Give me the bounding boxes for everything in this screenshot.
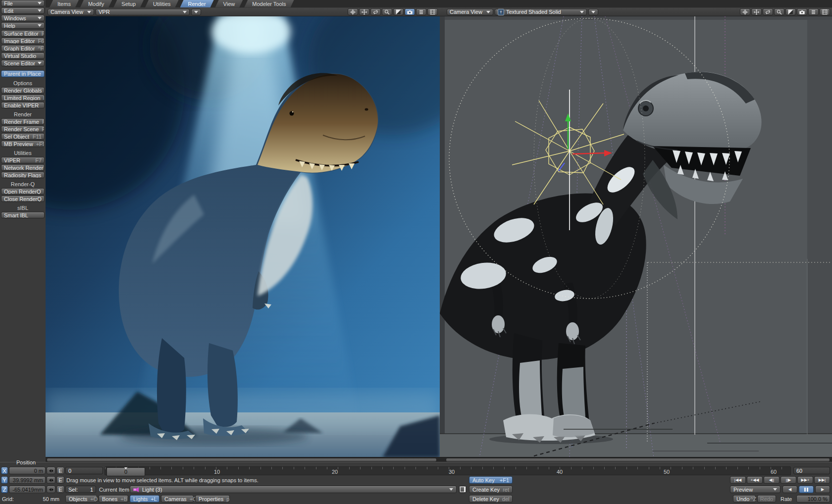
create-key-button[interactable]: Create Keyret bbox=[469, 486, 513, 493]
limited-region-button[interactable]: Limited Regionl bbox=[1, 95, 45, 101]
edit-objects-button[interactable]: Objects+O bbox=[65, 495, 97, 503]
redo-button[interactable]: Redo bbox=[757, 495, 776, 503]
pan-icon[interactable] bbox=[740, 8, 750, 15]
position-x-field[interactable]: 0 m bbox=[9, 467, 46, 474]
render-frame-button[interactable]: Render FrameF9 bbox=[1, 118, 45, 125]
smart-ibl-button[interactable]: Smart IBL bbox=[1, 212, 45, 218]
view-type-dropdown[interactable]: Camera View bbox=[48, 9, 94, 15]
zoom-icon[interactable] bbox=[774, 8, 784, 15]
prev-key-button[interactable]: +◀◀ bbox=[747, 476, 763, 484]
close-renderq-button[interactable]: Close RenderQ bbox=[1, 196, 45, 202]
menu-file[interactable]: File bbox=[1, 0, 45, 6]
play-forward-button[interactable]: ▶ bbox=[815, 486, 830, 493]
rotate-icon[interactable] bbox=[751, 8, 762, 15]
shading-mode-dropdown[interactable]: T Textured Shaded Solid bbox=[495, 9, 587, 15]
maximize-icon[interactable] bbox=[785, 8, 796, 15]
tab-items[interactable]: Items bbox=[50, 0, 79, 7]
step-forward-button[interactable]: ||▶ bbox=[780, 476, 796, 484]
delete-key-button[interactable]: Delete Keydel bbox=[469, 495, 513, 503]
go-to-end-button[interactable]: ▶▶| bbox=[814, 476, 830, 484]
scene-editor-button[interactable]: Scene Editor bbox=[1, 60, 45, 66]
mb-preview-button[interactable]: MB Preview+F9 bbox=[1, 141, 45, 147]
tab-setup[interactable]: Setup bbox=[113, 0, 144, 7]
axis-y-button[interactable]: Y bbox=[1, 476, 8, 484]
maximize-icon[interactable] bbox=[393, 8, 404, 15]
viewport-left-hscrollbar[interactable] bbox=[46, 457, 440, 462]
tab-modify[interactable]: Modify bbox=[80, 0, 112, 7]
viewport-options-button[interactable] bbox=[191, 9, 201, 15]
item-list-toggle-button[interactable] bbox=[459, 486, 467, 493]
y-stepper[interactable] bbox=[47, 476, 55, 484]
frame-slider-handle[interactable]: 0 bbox=[106, 467, 145, 476]
render-globals-button[interactable]: Render Globals bbox=[1, 87, 45, 94]
x-envelope-button[interactable]: E bbox=[56, 467, 64, 474]
menu-windows[interactable]: Windows bbox=[1, 15, 45, 21]
orbit-icon[interactable] bbox=[370, 8, 381, 15]
edit-lights-button[interactable]: Lights+L bbox=[130, 495, 159, 503]
enable-viper-button[interactable]: Enable VIPER bbox=[1, 102, 45, 108]
open-renderq-button[interactable]: Open RenderQ bbox=[1, 188, 45, 195]
next-key-button[interactable]: ▶▶+ bbox=[797, 476, 813, 484]
axis-x-button[interactable]: X bbox=[1, 467, 8, 474]
viewport-right-hscrollbar[interactable] bbox=[440, 457, 832, 462]
rotate-icon[interactable] bbox=[359, 8, 369, 15]
play-reverse-button[interactable]: ◀ bbox=[782, 486, 797, 493]
section-title-renderq: Render-Q bbox=[0, 181, 46, 187]
grid-value: 50 mm bbox=[30, 496, 59, 502]
render-scene-button[interactable]: Render SceneF10 bbox=[1, 126, 45, 132]
chevron-down-icon bbox=[580, 11, 584, 13]
z-stepper[interactable] bbox=[47, 486, 55, 493]
x-stepper[interactable] bbox=[47, 467, 55, 474]
current-item-dropdown[interactable]: Light (3) bbox=[130, 486, 457, 493]
tab-view[interactable]: View bbox=[215, 0, 243, 7]
sel-count-field[interactable]: Sel: 1 bbox=[65, 486, 96, 493]
network-render-button[interactable]: Network Render bbox=[1, 164, 45, 171]
menu-help[interactable]: Help bbox=[1, 22, 45, 29]
list-icon[interactable] bbox=[416, 8, 426, 15]
view-type-dropdown[interactable]: Camera View bbox=[447, 9, 493, 15]
camera-icon[interactable] bbox=[797, 8, 807, 15]
viewport-options-button[interactable] bbox=[588, 9, 598, 15]
edit-cameras-button[interactable]: Cameras+C bbox=[161, 495, 194, 503]
step-back-button[interactable]: ◀|| bbox=[764, 476, 780, 484]
surface-editor-button[interactable]: Surface EditorF5 bbox=[1, 30, 45, 37]
tab-render[interactable]: Render bbox=[180, 0, 214, 7]
edit-bones-button[interactable]: Bones+B bbox=[99, 495, 128, 503]
tab-utilities[interactable]: Utilities bbox=[145, 0, 178, 7]
properties-button[interactable]: Propertiesp bbox=[195, 495, 230, 503]
axis-z-button[interactable]: Z bbox=[1, 486, 8, 493]
keyframe-icon[interactable] bbox=[820, 8, 830, 15]
position-y-field[interactable]: 39.9992 mm bbox=[9, 476, 46, 484]
graph-editor-button[interactable]: Graph Editor^F2 bbox=[1, 45, 45, 51]
current-item-label: Current Item bbox=[99, 487, 129, 493]
pause-button[interactable] bbox=[799, 486, 814, 493]
undo-button[interactable]: Undo^Z bbox=[733, 495, 756, 503]
viper-button[interactable]: VIPERF7 bbox=[1, 157, 45, 163]
zoom-icon[interactable] bbox=[382, 8, 392, 15]
current-frame-field[interactable]: 0 bbox=[65, 467, 103, 474]
viewport-right-canvas[interactable] bbox=[440, 16, 832, 457]
image-editor-button[interactable]: Image EditorF6 bbox=[1, 38, 45, 44]
timeline-ruler[interactable]: 10 20 30 40 50 60 0 bbox=[104, 466, 791, 475]
list-icon[interactable] bbox=[808, 8, 819, 15]
orbit-icon[interactable] bbox=[763, 8, 773, 15]
radiosity-flags-button[interactable]: Radiosity Flags bbox=[1, 172, 45, 178]
z-envelope-button[interactable]: E bbox=[56, 486, 64, 493]
sel-object-button[interactable]: Sel ObjectF11 bbox=[1, 133, 45, 140]
go-to-start-button[interactable]: |◀◀ bbox=[730, 476, 746, 484]
rate-field[interactable]: 100.0 % bbox=[796, 495, 830, 503]
y-envelope-button[interactable]: E bbox=[56, 476, 64, 484]
viewport-left-canvas[interactable] bbox=[46, 16, 440, 457]
camera-icon[interactable] bbox=[405, 8, 415, 15]
shading-mode-dropdown[interactable]: VPR bbox=[96, 9, 190, 15]
menu-edit[interactable]: Edit bbox=[1, 7, 45, 14]
parent-in-place-button[interactable]: Parent in Place bbox=[1, 70, 45, 77]
preview-dropdown[interactable]: Preview bbox=[730, 486, 780, 493]
pan-icon[interactable] bbox=[348, 8, 358, 15]
tab-modeler-tools[interactable]: Modeler Tools bbox=[244, 0, 294, 7]
end-frame-field[interactable]: 60 bbox=[793, 467, 830, 474]
position-z-field[interactable]: -65.0419mm bbox=[9, 486, 46, 493]
virtual-studio-button[interactable]: Virtual Studio bbox=[1, 52, 45, 59]
auto-key-button[interactable]: Auto Key+F1 bbox=[469, 476, 513, 484]
keyframe-icon[interactable] bbox=[427, 8, 438, 15]
